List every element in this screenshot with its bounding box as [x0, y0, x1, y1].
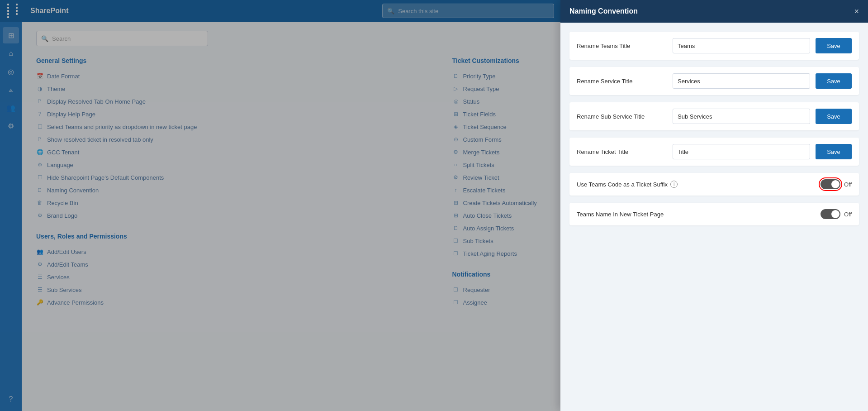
rename-ticket-row: Rename Ticket Title Save	[569, 138, 859, 166]
modal-overlay: Naming Convention × Rename Teams Title S…	[0, 0, 868, 411]
rename-service-input[interactable]	[673, 73, 810, 89]
teams-code-info-icon[interactable]: i	[670, 181, 678, 188]
modal-close-button[interactable]: ×	[854, 7, 859, 15]
rename-service-label: Rename Service Title	[577, 78, 667, 85]
rename-teams-row: Rename Teams Title Save	[569, 32, 859, 60]
teams-name-label: Teams Name In New Ticket Page	[577, 211, 815, 218]
rename-sub-service-save-button[interactable]: Save	[816, 109, 852, 124]
rename-teams-label: Rename Teams Title	[577, 43, 667, 49]
rename-teams-input[interactable]	[673, 38, 810, 53]
modal-title: Naming Convention	[569, 7, 638, 15]
teams-name-toggle[interactable]	[821, 209, 840, 219]
rename-sub-service-label: Rename Sub Service Title	[577, 113, 667, 120]
rename-service-row: Rename Service Title Save	[569, 67, 859, 95]
teams-code-toggle-track[interactable]	[821, 179, 840, 189]
rename-sub-service-row: Rename Sub Service Title Save	[569, 102, 859, 130]
modal-body: Rename Teams Title Save Rename Service T…	[560, 23, 868, 411]
rename-ticket-label: Rename Ticket Title	[577, 148, 667, 155]
rename-sub-service-input[interactable]	[673, 109, 810, 124]
teams-code-suffix-row: Use Teams Code as a Ticket Suffix i Off	[569, 173, 859, 196]
teams-name-state: Off	[844, 211, 852, 218]
main-layout: ⊞ ⌂ ◎ ⟁ 👥 ⚙ ? 🔍 General Settings 📅 Date …	[0, 22, 868, 411]
teams-name-toggle-thumb	[831, 210, 840, 218]
modal-panel: Naming Convention × Rename Teams Title S…	[560, 0, 868, 411]
modal-header: Naming Convention ×	[560, 0, 868, 23]
teams-code-suffix-label: Use Teams Code as a Ticket Suffix i	[577, 181, 815, 188]
teams-code-suffix-state: Off	[844, 181, 852, 188]
teams-code-toggle-thumb	[831, 180, 840, 188]
teams-code-suffix-toggle-container: Off	[821, 179, 852, 189]
teams-name-toggle-container: Off	[821, 209, 852, 219]
rename-ticket-save-button[interactable]: Save	[816, 144, 852, 159]
rename-teams-save-button[interactable]: Save	[816, 38, 852, 53]
rename-service-save-button[interactable]: Save	[816, 73, 852, 89]
teams-name-row: Teams Name In New Ticket Page Off	[569, 203, 859, 225]
teams-code-suffix-toggle[interactable]	[821, 179, 840, 189]
teams-name-toggle-track[interactable]	[821, 209, 840, 219]
rename-ticket-input[interactable]	[673, 144, 810, 159]
